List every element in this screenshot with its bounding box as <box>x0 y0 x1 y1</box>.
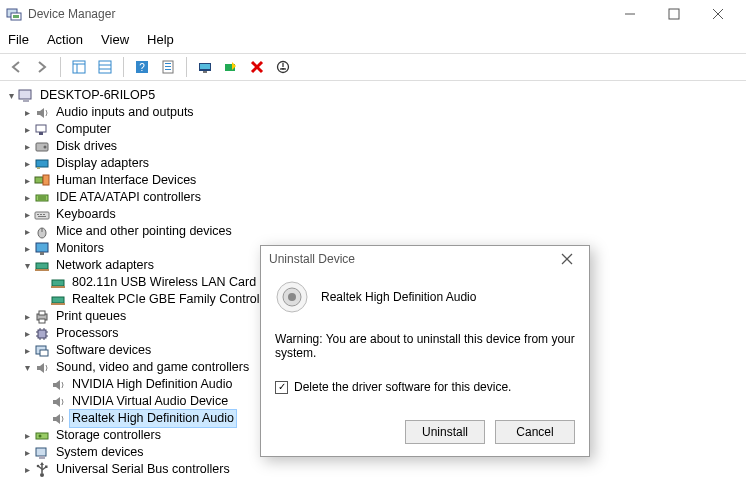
cancel-button[interactable]: Cancel <box>495 420 575 444</box>
device-manager-icon <box>6 6 22 22</box>
expand-icon[interactable] <box>20 359 34 376</box>
svg-rect-34 <box>36 160 48 167</box>
back-button[interactable] <box>4 56 28 78</box>
tree-computer[interactable]: Computer <box>4 121 742 138</box>
minimize-button[interactable] <box>608 0 652 28</box>
svg-rect-44 <box>43 214 45 215</box>
svg-rect-35 <box>37 167 40 169</box>
scan-hardware-button[interactable] <box>219 56 243 78</box>
svg-rect-37 <box>43 175 49 185</box>
svg-rect-38 <box>36 195 48 201</box>
expand-icon[interactable] <box>20 138 34 155</box>
expand-icon[interactable] <box>20 427 34 444</box>
svg-rect-28 <box>23 99 29 102</box>
expand-icon[interactable] <box>20 172 34 189</box>
tree-item-label: NVIDIA High Definition Audio <box>70 376 235 393</box>
svg-rect-41 <box>35 212 49 219</box>
tree-item-label: System devices <box>54 444 146 461</box>
update-driver-button[interactable] <box>193 56 217 78</box>
tree-ide[interactable]: IDE ATA/ATAPI controllers <box>4 189 742 206</box>
tree-hid[interactable]: Human Interface Devices <box>4 172 742 189</box>
tree-item-label: 802.11n USB Wireless LAN Card <box>70 274 258 291</box>
svg-rect-2 <box>13 15 19 18</box>
dialog-warning-text: Warning: You are about to uninstall this… <box>275 332 575 360</box>
svg-rect-54 <box>52 297 64 303</box>
tree-keyboards[interactable]: Keyboards <box>4 206 742 223</box>
svg-point-89 <box>288 293 296 301</box>
menu-help[interactable]: Help <box>147 32 174 47</box>
menu-action[interactable]: Action <box>47 32 83 47</box>
expand-icon[interactable] <box>20 461 34 478</box>
uninstall-button-toolbar[interactable] <box>245 56 269 78</box>
svg-rect-53 <box>51 286 65 288</box>
tree-display[interactable]: Display adapters <box>4 155 742 172</box>
dialog-device-name: Realtek High Definition Audio <box>321 290 476 304</box>
expand-icon[interactable] <box>20 121 34 138</box>
svg-rect-77 <box>39 456 45 459</box>
show-hide-tree-button[interactable] <box>67 56 91 78</box>
disable-button[interactable] <box>271 56 295 78</box>
close-button[interactable] <box>696 0 740 28</box>
speaker-icon <box>50 377 66 393</box>
expand-icon[interactable] <box>20 308 34 325</box>
tree-mice[interactable]: Mice and other pointing devices <box>4 223 742 240</box>
delete-driver-checkbox-row[interactable]: ✓ Delete the driver software for this de… <box>275 380 575 394</box>
tree-item-label: Realtek High Definition Audio <box>70 410 236 427</box>
expand-icon[interactable] <box>20 104 34 121</box>
uninstall-button[interactable]: Uninstall <box>405 420 485 444</box>
help-button[interactable]: ? <box>130 56 154 78</box>
expand-icon[interactable] <box>4 87 18 104</box>
svg-rect-36 <box>35 177 43 183</box>
disk-icon <box>34 139 50 155</box>
tree-item-label: Display adapters <box>54 155 151 172</box>
tree-item-label: IDE ATA/ATAPI controllers <box>54 189 203 206</box>
expand-icon[interactable] <box>20 189 34 206</box>
svg-rect-21 <box>203 71 207 73</box>
checkbox-icon[interactable]: ✓ <box>275 381 288 394</box>
network-icon <box>34 258 50 274</box>
svg-rect-45 <box>38 216 46 217</box>
maximize-button[interactable] <box>652 0 696 28</box>
network-adapter-icon <box>50 292 66 308</box>
menu-view[interactable]: View <box>101 32 129 47</box>
svg-rect-83 <box>45 465 48 468</box>
expand-icon[interactable] <box>20 444 34 461</box>
ide-icon <box>34 190 50 206</box>
dialog-titlebar: Uninstall Device <box>261 246 589 272</box>
tree-root[interactable]: DESKTOP-6RILOP5 <box>4 87 742 104</box>
dialog-close-button[interactable] <box>561 253 581 265</box>
expand-icon[interactable] <box>20 257 34 274</box>
tree-root-label: DESKTOP-6RILOP5 <box>38 87 157 104</box>
keyboard-icon <box>34 207 50 223</box>
svg-rect-31 <box>39 132 43 135</box>
expand-icon[interactable] <box>20 206 34 223</box>
expand-icon[interactable] <box>20 155 34 172</box>
svg-rect-51 <box>35 269 49 271</box>
properties-button[interactable] <box>156 56 180 78</box>
tree-item-label: Audio inputs and outputs <box>54 104 196 121</box>
expand-icon[interactable] <box>20 240 34 257</box>
svg-marker-84 <box>40 462 44 465</box>
expand-icon[interactable] <box>20 223 34 240</box>
checkbox-label: Delete the driver software for this devi… <box>294 380 511 394</box>
svg-rect-69 <box>40 350 48 356</box>
tree-item-label: Network adapters <box>54 257 156 274</box>
hid-icon <box>34 173 50 189</box>
properties-list-button[interactable] <box>93 56 117 78</box>
svg-rect-27 <box>19 90 31 99</box>
tree-audio-io[interactable]: Audio inputs and outputs <box>4 104 742 121</box>
svg-marker-73 <box>53 414 60 424</box>
menu-file[interactable]: File <box>8 32 29 47</box>
tree-item-label: Realtek PCIe GBE Family Controller <box>70 291 275 308</box>
monitor-icon <box>34 241 50 257</box>
svg-rect-20 <box>200 64 210 69</box>
forward-button[interactable] <box>30 56 54 78</box>
svg-rect-30 <box>36 125 46 132</box>
svg-marker-70 <box>37 363 44 373</box>
expand-icon[interactable] <box>20 325 34 342</box>
tree-item-label: Processors <box>54 325 121 342</box>
tree-usb[interactable]: Universal Serial Bus controllers <box>4 461 742 478</box>
expand-icon[interactable] <box>20 342 34 359</box>
tree-disk[interactable]: Disk drives <box>4 138 742 155</box>
storage-icon <box>34 428 50 444</box>
